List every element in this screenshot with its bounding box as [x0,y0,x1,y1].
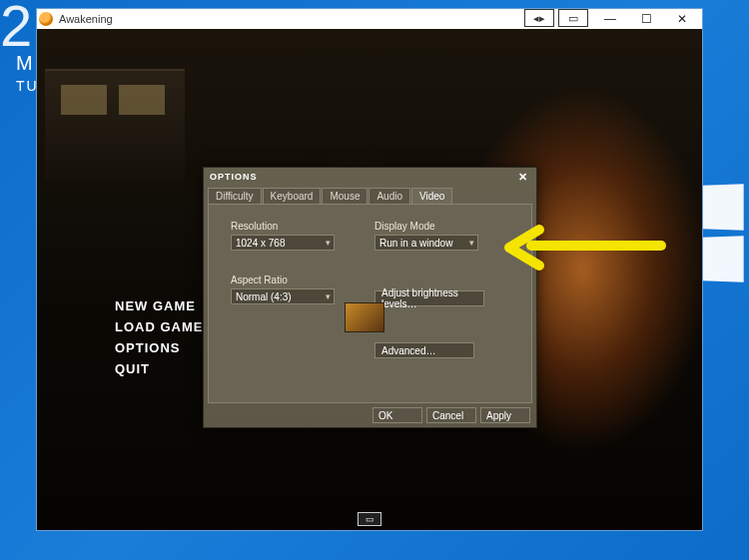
menu-item-quit[interactable]: QUIT [115,361,203,376]
aspect-ratio-value: Normal (4:3) [236,291,292,302]
tab-mouse[interactable]: Mouse [322,188,368,204]
video-tab-pane: Resolution 1024 x 768 Display Mode Run i… [208,204,532,403]
display-mode-dropdown[interactable]: Run in a window [374,235,478,251]
adjust-brightness-button[interactable]: Adjust brightness levels… [374,290,484,306]
game-viewport: NEW GAME LOAD GAME OPTIONS QUIT OPTIONS … [37,29,702,530]
resolution-label: Resolution [231,221,335,232]
tab-video[interactable]: Video [411,188,452,204]
lock-clock-line1: M [16,52,33,75]
main-menu: NEW GAME LOAD GAME OPTIONS QUIT [115,298,203,376]
borderless-toggle-button[interactable]: ▭ [558,9,588,27]
dialog-close-icon[interactable]: ✕ [516,170,530,184]
menu-item-options[interactable]: OPTIONS [115,340,203,355]
apply-button[interactable]: Apply [480,407,530,423]
ok-button[interactable]: OK [373,407,422,423]
display-mode-label: Display Mode [374,221,478,232]
preview-thumbnail [345,302,384,332]
options-dialog: OPTIONS ✕ Difficulty Keyboard Mouse Audi… [203,167,537,428]
minimize-button[interactable]: — [592,9,628,29]
dialog-tabs: Difficulty Keyboard Mouse Audio Video [204,186,536,204]
cancel-button[interactable]: Cancel [426,407,476,423]
resolution-value: 1024 x 768 [236,238,286,249]
dialog-titlebar[interactable]: OPTIONS ✕ [204,168,536,186]
tab-difficulty[interactable]: Difficulty [208,188,262,204]
tab-audio[interactable]: Audio [369,188,410,204]
dialog-title: OPTIONS [210,172,258,182]
aspect-ratio-dropdown[interactable]: Normal (4:3) [231,288,335,304]
tab-keyboard[interactable]: Keyboard [263,188,322,204]
maximize-button[interactable]: ☐ [628,9,664,29]
bottom-window-control[interactable]: ▭ [358,512,381,526]
app-icon [39,12,53,26]
menu-item-new-game[interactable]: NEW GAME [115,298,203,313]
resolution-dropdown[interactable]: 1024 x 768 [231,235,335,251]
close-button[interactable]: ✕ [664,9,700,29]
display-mode-value: Run in a window [379,238,452,249]
titlebar[interactable]: Awakening ◂▸ ▭ — ☐ ✕ [37,9,702,29]
app-window: Awakening ◂▸ ▭ — ☐ ✕ NEW GAME LOAD GAME … [36,8,703,531]
window-title: Awakening [59,13,524,25]
menu-item-load-game[interactable]: LOAD GAME [115,319,203,334]
aspect-ratio-label: Aspect Ratio [231,275,335,285]
window-mode-icon[interactable]: ▭ [358,512,381,526]
advanced-button[interactable]: Advanced… [374,342,474,358]
lock-clock-time: 2 [0,0,34,59]
fullscreen-toggle-button[interactable]: ◂▸ [524,9,554,27]
